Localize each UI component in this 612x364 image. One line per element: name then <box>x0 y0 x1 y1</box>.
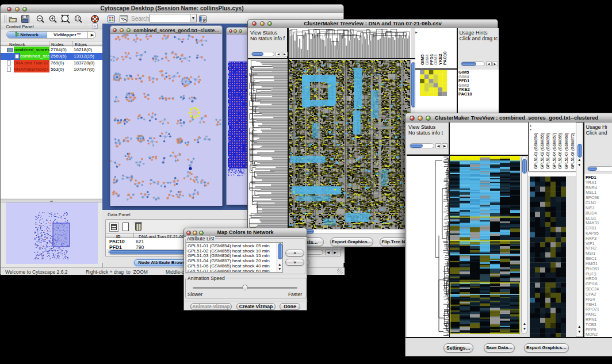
svg-text:1:1: 1:1 <box>76 17 80 20</box>
